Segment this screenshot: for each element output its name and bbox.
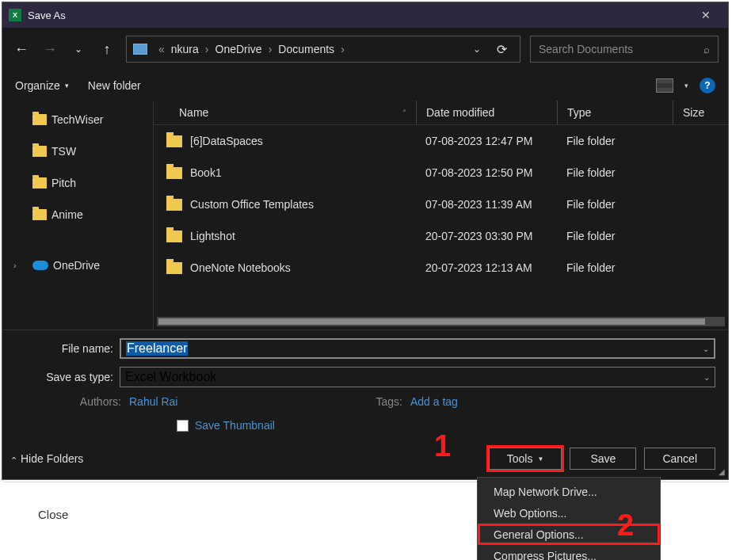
sidebar-item-label: Pitch (51, 177, 76, 189)
file-type: File folder (557, 198, 673, 211)
search-field[interactable] (539, 43, 703, 55)
search-icon[interactable]: ⌕ (703, 44, 710, 55)
sidebar: TechWiser TSW Pitch Anime › OneDrive (2, 101, 153, 330)
savetype-select[interactable]: Excel Workbook ⌄ (120, 367, 715, 387)
tools-dropdown: Map Network Drive... Web Options... Gene… (477, 477, 661, 560)
file-row[interactable]: Lightshot 20-07-2023 03:30 PM File folde… (154, 220, 728, 252)
hide-folders-button[interactable]: Hide Folders (10, 452, 83, 465)
sidebar-item-label: OneDrive (53, 259, 100, 272)
filename-label: File name: (15, 342, 113, 355)
folder-icon (166, 167, 182, 179)
up-icon[interactable]: ↑ (97, 41, 116, 58)
bg-close-label[interactable]: Close (38, 508, 68, 521)
folder-icon (166, 135, 182, 147)
file-row[interactable]: Custom Office Templates 07-08-2023 11:39… (154, 189, 728, 220)
file-list-header: Name ˄ Date modified Type Size (154, 101, 728, 125)
folder-icon (32, 146, 47, 157)
save-thumbnail-checkbox[interactable] (177, 420, 189, 432)
back-icon[interactable]: ← (12, 41, 31, 58)
breadcrumb[interactable]: « nkura › OneDrive › Documents › ⌄ ⟳ (126, 36, 520, 63)
folder-icon (32, 177, 47, 189)
file-name: Lightshot (190, 230, 235, 242)
sidebar-item-label: TSW (51, 145, 76, 158)
file-row[interactable]: OneNote Notebooks 20-07-2023 12:13 AM Fi… (154, 252, 728, 284)
dropdown-icon[interactable]: ⌄ (703, 345, 709, 353)
sidebar-item-anime[interactable]: Anime (2, 199, 153, 230)
col-header-type[interactable]: Type (557, 101, 673, 124)
filename-input[interactable]: Freelancer ⌄ (120, 338, 715, 359)
file-date: 07-08-2023 11:39 AM (416, 198, 557, 211)
menu-compress-pictures[interactable]: Compress Pictures... (478, 545, 660, 560)
file-name: Book1 (190, 166, 222, 179)
filename-value: Freelancer (126, 341, 188, 356)
view-dropdown-icon[interactable]: ▾ (684, 82, 688, 90)
onedrive-icon (32, 261, 48, 270)
file-date: 07-08-2023 12:50 PM (416, 166, 557, 179)
close-icon[interactable]: ✕ (690, 9, 722, 21)
disk-icon (133, 44, 147, 55)
menu-general-options[interactable]: General Options... (478, 524, 660, 545)
sort-indicator-icon: ˄ (402, 109, 406, 117)
file-type: File folder (557, 166, 673, 179)
menu-web-options[interactable]: Web Options... (478, 502, 660, 524)
save-button[interactable]: Save (570, 448, 636, 470)
file-date: 20-07-2023 12:13 AM (416, 261, 557, 274)
dropdown-icon[interactable]: ⌄ (703, 373, 710, 382)
cancel-button[interactable]: Cancel (644, 448, 715, 470)
tags-label: Tags: (376, 395, 402, 408)
help-icon[interactable]: ? (700, 78, 715, 93)
excel-icon: X (9, 9, 21, 21)
sidebar-item-tsw[interactable]: TSW (2, 135, 153, 167)
crumb-0[interactable]: nkura (171, 43, 199, 55)
col-header-name[interactable]: Name ˄ (154, 101, 416, 124)
col-header-date[interactable]: Date modified (416, 101, 557, 124)
horizontal-scrollbar[interactable] (157, 317, 725, 326)
refresh-icon[interactable]: ⟳ (490, 42, 513, 57)
savetype-value: Excel Workbook (125, 370, 216, 384)
chevron-right-icon[interactable]: › (202, 43, 212, 55)
save-as-dialog: X Save As ✕ ← → ⌄ ↑ « nkura › OneDrive ›… (2, 2, 729, 480)
view-mode-icon[interactable] (656, 78, 673, 93)
file-row[interactable]: [6]DataSpaces 07-08-2023 12:47 PM File f… (154, 125, 728, 157)
file-name: Custom Office Templates (190, 198, 314, 211)
sidebar-item-label: TechWiser (51, 113, 103, 126)
nav-bar: ← → ⌄ ↑ « nkura › OneDrive › Documents ›… (2, 28, 728, 70)
chevron-right-icon[interactable]: › (337, 43, 348, 55)
tools-button[interactable]: Tools (489, 448, 562, 470)
breadcrumb-dropdown-icon[interactable]: ⌄ (467, 44, 487, 55)
sidebar-item-onedrive[interactable]: › OneDrive (2, 250, 153, 281)
sidebar-item-techwiser[interactable]: TechWiser (2, 104, 153, 135)
file-list-body: [6]DataSpaces 07-08-2023 12:47 PM File f… (154, 125, 728, 315)
crumb-1[interactable]: OneDrive (215, 43, 262, 55)
tags-value[interactable]: Add a tag (410, 395, 458, 408)
file-row[interactable]: Book1 07-08-2023 12:50 PM File folder (154, 157, 728, 189)
folder-icon (166, 199, 182, 211)
file-name: OneNote Notebooks (190, 261, 291, 274)
authors-label: Authors: (63, 395, 121, 408)
expand-icon[interactable]: › (13, 261, 17, 270)
resize-grip-icon[interactable]: ◢ (719, 467, 725, 476)
col-header-size[interactable]: Size (673, 101, 728, 124)
new-folder-button[interactable]: New folder (88, 79, 141, 92)
chevron-right-icon[interactable]: › (265, 43, 276, 55)
recent-dropdown-icon[interactable]: ⌄ (69, 44, 88, 55)
file-name: [6]DataSpaces (190, 135, 263, 147)
authors-value[interactable]: Rahul Rai (129, 395, 177, 408)
file-date: 07-08-2023 12:47 PM (416, 135, 557, 147)
save-thumbnail-label: Save Thumbnail (195, 419, 275, 432)
file-list: Name ˄ Date modified Type Size [6]DataSp… (153, 101, 728, 330)
forward-icon[interactable]: → (40, 41, 59, 58)
savetype-label: Save as type: (15, 371, 113, 383)
titlebar: X Save As ✕ (2, 2, 728, 28)
sidebar-item-pitch[interactable]: Pitch (2, 167, 153, 199)
window-title: Save As (28, 10, 690, 21)
menu-map-network-drive[interactable]: Map Network Drive... (478, 481, 660, 502)
search-input[interactable]: ⌕ (530, 36, 719, 63)
crumb-2[interactable]: Documents (278, 43, 334, 55)
file-type: File folder (557, 230, 673, 242)
footer: Hide Folders Tools Save Cancel (2, 438, 728, 479)
folder-icon (32, 114, 47, 125)
scrollbar-thumb[interactable] (158, 318, 705, 325)
organize-button[interactable]: Organize (15, 79, 69, 92)
folder-icon (166, 230, 182, 242)
